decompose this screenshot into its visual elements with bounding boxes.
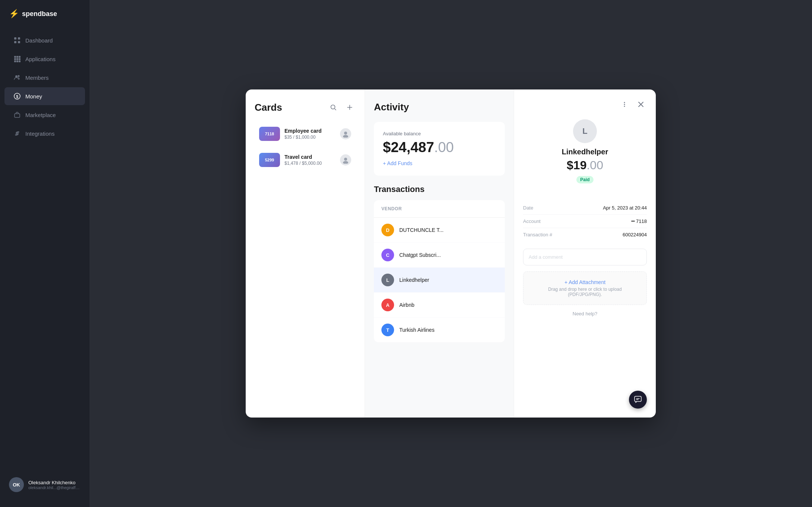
user-name: Oleksandr Khilchenko bbox=[28, 480, 81, 485]
transaction-row[interactable]: T Turkish Airlines bbox=[374, 318, 505, 342]
detail-fields: Date Apr 5, 2023 at 20:44 Account •• 711… bbox=[523, 201, 647, 241]
detail-field-account: Account •• 7118 bbox=[523, 215, 647, 228]
close-button[interactable] bbox=[635, 98, 647, 110]
transaction-row-linkedhelper[interactable]: L Linkedhelper bbox=[374, 268, 505, 293]
detail-amount: $19.00 bbox=[523, 158, 647, 172]
users-icon bbox=[13, 74, 21, 81]
detail-vendor-name: Linkedhelper bbox=[523, 148, 647, 156]
detail-top-actions bbox=[523, 98, 647, 110]
vendor-col-label: Vendor bbox=[381, 206, 402, 211]
sidebar-item-integrations[interactable]: Integrations bbox=[4, 125, 85, 142]
card-chip-employee: 7118 bbox=[259, 127, 280, 141]
chat-button[interactable] bbox=[629, 391, 647, 409]
user-email: oleksandr.khil...@thegiraffe.io bbox=[28, 485, 81, 490]
svg-point-25 bbox=[624, 106, 625, 107]
status-badge: Paid bbox=[576, 176, 593, 183]
sidebar-item-applications[interactable]: Applications bbox=[4, 50, 85, 68]
logo-text: spendbase bbox=[22, 10, 57, 18]
svg-rect-1 bbox=[18, 37, 20, 40]
add-card-button[interactable] bbox=[344, 101, 356, 113]
transactions-header: Vendor bbox=[374, 200, 505, 218]
sidebar-item-label: Money bbox=[25, 93, 42, 100]
attachment-hint: Drag and drop here or click to upload (P… bbox=[531, 287, 639, 297]
logo: ⚡ spendbase bbox=[0, 9, 89, 31]
transactions-title: Transactions bbox=[374, 185, 505, 194]
svg-rect-8 bbox=[16, 58, 18, 60]
detail-field-transaction: Transaction # 600224904 bbox=[523, 228, 647, 241]
balance-cents: .00 bbox=[434, 139, 454, 155]
cards-header: Cards bbox=[255, 101, 356, 113]
detail-vendor-avatar: L bbox=[573, 119, 597, 143]
svg-rect-4 bbox=[14, 56, 16, 58]
comment-placeholder: Add a comment bbox=[529, 254, 641, 260]
svg-rect-3 bbox=[18, 41, 20, 43]
transaction-row[interactable]: C Chatgpt Subscri... bbox=[374, 243, 505, 268]
svg-point-22 bbox=[343, 161, 348, 164]
search-button[interactable] bbox=[327, 101, 339, 113]
link-icon bbox=[13, 130, 21, 137]
card-employee[interactable]: 7118 Employee card $35 / $1,000.00 bbox=[255, 122, 356, 145]
transactions-card: Vendor D DUTCHUNCLE T... C Chatgpt Subsc… bbox=[374, 200, 505, 342]
transaction-row[interactable]: D DUTCHUNCLE T... bbox=[374, 218, 505, 243]
detail-panel: L Linkedhelper $19.00 Paid Date Apr 5, 2… bbox=[514, 89, 656, 418]
sidebar-item-label: Members bbox=[25, 75, 49, 81]
sidebar-item-money[interactable]: $ Money bbox=[4, 87, 85, 105]
comment-box[interactable]: Add a comment bbox=[523, 249, 647, 265]
svg-point-13 bbox=[15, 75, 18, 78]
vendor-avatar-airbnb: A bbox=[381, 299, 394, 311]
svg-point-20 bbox=[343, 135, 348, 138]
card-chip-travel: 5299 bbox=[259, 153, 280, 167]
svg-rect-17 bbox=[15, 114, 20, 117]
svg-rect-11 bbox=[16, 60, 18, 62]
svg-rect-9 bbox=[19, 58, 21, 60]
balance-card: Available balance $24,487.00 + Add Funds bbox=[374, 122, 505, 176]
transaction-row[interactable]: A Airbnb bbox=[374, 293, 505, 318]
card-travel[interactable]: 5299 Travel card $1,478 / $5,000.00 bbox=[255, 148, 356, 171]
svg-rect-26 bbox=[635, 396, 641, 401]
sidebar-item-label: Dashboard bbox=[25, 37, 53, 44]
cards-title: Cards bbox=[255, 102, 327, 113]
svg-rect-0 bbox=[14, 37, 16, 40]
card-balance: $1,478 / $5,000.00 bbox=[284, 161, 336, 166]
svg-point-23 bbox=[624, 102, 625, 103]
main-content: Cards 7118 bbox=[89, 0, 812, 507]
sidebar: ⚡ spendbase Dashboard bbox=[0, 0, 89, 507]
user-profile[interactable]: OK Oleksandr Khilchenko oleksandr.khil..… bbox=[0, 471, 89, 498]
dollar-icon: $ bbox=[13, 92, 21, 100]
field-label: Date bbox=[523, 205, 533, 211]
balance-amount: $24,487.00 bbox=[383, 139, 496, 155]
sidebar-item-label: Marketplace bbox=[25, 112, 56, 118]
vendor-name: Airbnb bbox=[399, 302, 414, 308]
vendor-avatar-chatgpt: C bbox=[381, 249, 394, 261]
svg-point-18 bbox=[331, 105, 335, 109]
svg-rect-5 bbox=[16, 56, 18, 58]
card-name: Employee card bbox=[284, 128, 336, 134]
attachment-box[interactable]: + Add Attachment Drag and drop here or c… bbox=[523, 271, 647, 305]
detail-amount-cents: .00 bbox=[586, 158, 603, 172]
svg-rect-7 bbox=[14, 58, 16, 60]
svg-point-24 bbox=[624, 104, 625, 105]
svg-point-14 bbox=[18, 75, 20, 77]
need-help: Need help? bbox=[523, 311, 647, 317]
more-options-button[interactable] bbox=[619, 98, 630, 110]
sidebar-item-marketplace[interactable]: Marketplace bbox=[4, 106, 85, 124]
sidebar-item-label: Applications bbox=[25, 56, 56, 62]
add-funds-button[interactable]: + Add Funds bbox=[383, 160, 412, 166]
detail-field-date: Date Apr 5, 2023 at 20:44 bbox=[523, 201, 647, 215]
detail-amount-main: $19 bbox=[567, 158, 586, 172]
field-value-transaction: 600224904 bbox=[623, 232, 647, 237]
activity-panel: Activity Available balance $24,487.00 + … bbox=[365, 89, 514, 418]
vendor-avatar-dutchuncle: D bbox=[381, 224, 394, 236]
sidebar-item-members[interactable]: Members bbox=[4, 69, 85, 86]
card-balance: $35 / $1,000.00 bbox=[284, 135, 336, 140]
apps-icon bbox=[13, 55, 21, 63]
vendor-name: Turkish Airlines bbox=[399, 327, 434, 333]
sidebar-item-label: Integrations bbox=[25, 130, 54, 137]
vendor-name: DUTCHUNCLE T... bbox=[399, 227, 444, 233]
svg-text:$: $ bbox=[16, 95, 18, 99]
sidebar-item-dashboard[interactable]: Dashboard bbox=[4, 31, 85, 49]
vendor-name: Chatgpt Subscri... bbox=[399, 252, 441, 258]
svg-rect-10 bbox=[14, 60, 16, 62]
vendor-avatar-turkish: T bbox=[381, 324, 394, 336]
activity-title: Activity bbox=[374, 101, 505, 113]
